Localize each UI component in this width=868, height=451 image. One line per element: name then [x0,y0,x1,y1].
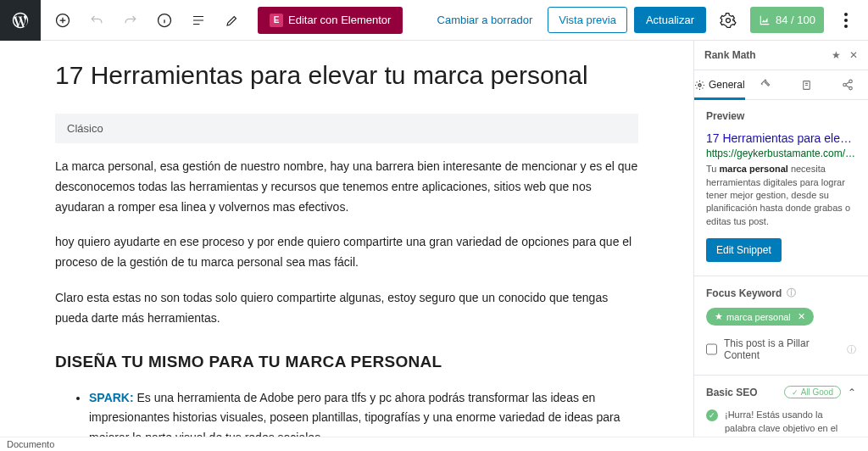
post-title[interactable]: 17 Herramientas para elevar tu marca per… [55,61,638,90]
elementor-icon: E [270,14,283,27]
toolbar-left: EEditar con Elementor [47,5,403,36]
tool-link-spark[interactable]: SPARK: [89,391,134,404]
svg-point-9 [843,83,847,86]
editor-topbar: EEditar con Elementor Cambiar a borrador… [0,0,868,41]
block-type-label: Clásico [55,114,638,143]
more-menu-icon[interactable] [831,5,861,36]
help-icon[interactable]: ⓘ [787,287,796,299]
rankmath-sidebar: Rank Math ★ ✕ General Preview 17 Herrami… [693,41,868,444]
svg-point-8 [849,80,853,83]
serp-preview-title[interactable]: 17 Herramientas para elevar tu MA… [706,131,856,146]
keyword-pill[interactable]: ★marca personal✕ [706,308,814,326]
document-label[interactable]: Documento [7,439,54,444]
switch-draft-button[interactable]: Cambiar a borrador [429,7,542,33]
seo-score-button[interactable]: 84 / 100 [750,7,824,33]
footer-bar: Documento [0,437,868,444]
wordpress-logo[interactable] [0,0,41,41]
focus-keyword-label: Focus Keywordⓘ [706,287,856,299]
tab-advanced[interactable] [745,70,786,99]
serp-preview-url[interactable]: https://geykerbustamante.com/herramie… [706,148,856,159]
svg-point-3 [844,13,848,16]
edit-button[interactable] [217,5,248,36]
main-area: 17 Herramientas para elevar tu marca per… [0,41,868,444]
svg-point-2 [726,18,731,22]
remove-keyword-icon[interactable]: ✕ [798,311,805,322]
tab-social[interactable] [827,70,868,99]
redo-button[interactable] [115,5,146,36]
svg-point-10 [849,86,853,90]
tab-general[interactable]: General [694,70,745,99]
paragraph[interactable]: La marca personal, esa gestión de nuestr… [55,157,638,217]
basic-seo-header[interactable]: Basic SEO All Good ⌃ [694,376,868,409]
add-block-button[interactable] [47,5,78,36]
preview-label: Preview [706,110,856,122]
rankmath-tabs: General [694,70,868,100]
edit-snippet-button[interactable]: Edit Snippet [706,238,782,262]
check-icon: ✓ [706,409,718,421]
outline-button[interactable] [183,5,214,36]
star-icon[interactable]: ★ [832,49,841,61]
svg-point-5 [844,25,848,28]
star-icon: ★ [715,311,723,322]
all-good-badge: All Good [784,386,841,398]
info-button[interactable] [149,5,180,36]
pillar-checkbox[interactable] [706,343,717,355]
focus-keyword-section: Focus Keywordⓘ ★marca personal✕ This pos… [694,276,868,376]
help-icon[interactable]: ⓘ [847,343,856,356]
preview-button[interactable]: Vista previa [548,7,627,33]
post-editor[interactable]: 17 Herramientas para elevar tu marca per… [0,41,693,444]
svg-point-6 [698,83,701,86]
rankmath-title: Rank Math [704,49,823,61]
tab-schema[interactable] [786,70,826,99]
toolbar-right: Cambiar a borrador Vista previa Actualiz… [429,5,861,36]
close-icon[interactable]: ✕ [849,49,858,61]
chevron-up-icon: ⌃ [848,387,856,398]
rankmath-header: Rank Math ★ ✕ [694,41,868,70]
paragraph[interactable]: hoy quiero ayudarte en ese proceso y por… [55,232,638,273]
heading-2[interactable]: DISEÑA TU MISMO PARA TU MARCA PERSONAL [55,353,638,371]
undo-button[interactable] [81,5,112,36]
pillar-content-row[interactable]: This post is a Pillar Content ⓘ [706,337,856,361]
svg-point-4 [844,19,848,22]
preview-section: Preview 17 Herramientas para elevar tu M… [694,100,868,276]
paragraph[interactable]: Claro esta estas no son todas solo quier… [55,288,638,329]
update-button[interactable]: Actualizar [634,7,706,33]
elementor-button[interactable]: EEditar con Elementor [258,7,403,34]
post-content[interactable]: La marca personal, esa gestión de nuestr… [55,157,638,444]
settings-gear-icon[interactable] [713,5,743,36]
serp-preview-description[interactable]: Tu marca personal necesita herramientas … [706,163,856,228]
